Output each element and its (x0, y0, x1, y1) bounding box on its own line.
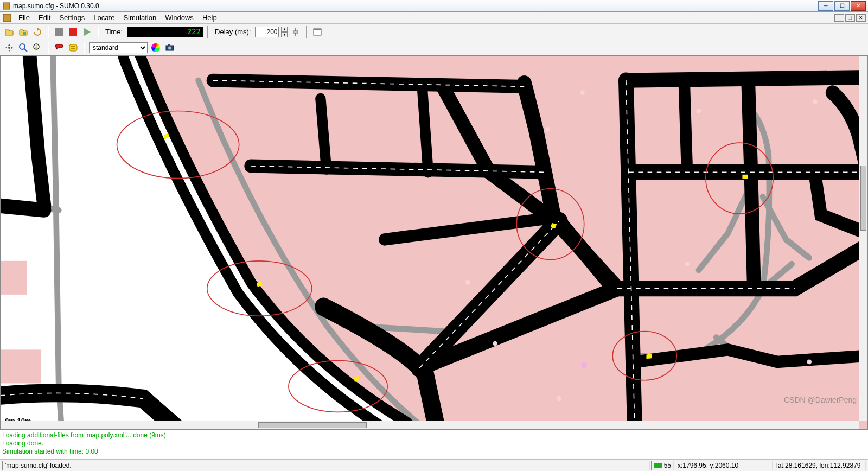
screenshot-button[interactable] (164, 42, 176, 54)
locate-person-button[interactable] (31, 42, 43, 54)
zoom-button[interactable] (17, 42, 29, 54)
svg-rect-4 (293, 31, 298, 33)
menu-windows[interactable]: Windows (161, 12, 198, 23)
mdi-minimize[interactable]: ─ (834, 14, 844, 22)
svg-rect-1 (3, 14, 11, 22)
svg-point-30 (580, 90, 585, 95)
open-net-button[interactable] (17, 26, 29, 38)
svg-rect-20 (1, 349, 41, 383)
svg-point-31 (697, 109, 701, 113)
delay-label: Delay (ms): (215, 28, 251, 36)
menu-locate[interactable]: Locate (89, 12, 119, 23)
svg-point-17 (168, 47, 171, 50)
main-toolbar: Time: 222 Delay (ms): ▲▼ (0, 24, 868, 40)
menu-simulation[interactable]: Simulation (119, 12, 161, 23)
minimize-button[interactable]: ─ (818, 1, 833, 11)
time-display: 222 (127, 27, 203, 37)
vertical-scrollbar[interactable] (859, 56, 867, 421)
svg-line-9 (24, 49, 27, 52)
sumo-icon (2, 13, 12, 23)
svg-point-8 (20, 44, 25, 49)
mdi-close[interactable]: ✕ (856, 14, 866, 22)
svg-rect-6 (314, 29, 321, 30)
horizontal-scrollbar[interactable] (1, 421, 859, 429)
svg-point-35 (685, 262, 690, 266)
delay-spinner[interactable]: ▲▼ (281, 27, 288, 37)
svg-point-33 (557, 396, 561, 401)
stop-sim-button[interactable] (67, 26, 79, 38)
open-file-button[interactable] (3, 26, 15, 38)
mdi-restore[interactable]: ❐ (845, 14, 855, 22)
car-icon (654, 463, 662, 468)
menu-settings[interactable]: Settings (55, 12, 89, 23)
svg-point-28 (493, 341, 497, 346)
svg-point-7 (8, 47, 10, 49)
menu-file[interactable]: File (14, 12, 34, 23)
latlon-display: lat:28.161629, lon:112.92879 (774, 461, 866, 470)
vehicle-count: 55 (651, 461, 674, 470)
window-controls: ─ ☐ ✕ (818, 1, 866, 11)
show-tooltips-button[interactable] (53, 42, 65, 54)
svg-point-32 (813, 99, 818, 104)
svg-rect-16 (168, 44, 170, 46)
show-legend-button[interactable] (67, 42, 79, 54)
color-scheme-select[interactable]: standard (89, 42, 148, 53)
log-panel: Loading additional-files from 'map.poly.… (0, 430, 868, 459)
stop-button[interactable] (53, 26, 65, 38)
svg-rect-13 (71, 46, 75, 47)
svg-rect-2 (23, 32, 26, 35)
close-button[interactable]: ✕ (851, 1, 866, 11)
svg-rect-12 (69, 44, 77, 51)
view-toolbar: standard (0, 40, 868, 55)
svg-rect-0 (3, 3, 10, 9)
delay-input[interactable] (255, 27, 279, 37)
reload-button[interactable] (31, 26, 43, 38)
map-view[interactable]: 0m 10m CSDN @DawierPeng (0, 55, 868, 430)
log-line: Loading done. (2, 440, 866, 448)
recenter-button[interactable] (3, 42, 15, 54)
svg-point-11 (36, 44, 37, 46)
menubar: File Edit Settings Locate Simulation Win… (0, 12, 868, 24)
status-msg: 'map.sumo.cfg' loaded. (2, 461, 650, 470)
menu-help[interactable]: Help (198, 12, 221, 23)
svg-rect-14 (71, 48, 75, 49)
menu-edit[interactable]: Edit (34, 12, 55, 23)
delay-slider[interactable] (290, 26, 302, 38)
svg-point-36 (807, 359, 812, 364)
time-label: Time: (105, 28, 123, 36)
svg-point-29 (545, 127, 550, 132)
svg-rect-19 (1, 261, 27, 295)
log-line: Simulation started with time: 0.00 (2, 448, 866, 456)
app-icon (2, 2, 11, 10)
svg-point-27 (465, 280, 470, 285)
color-settings-button[interactable] (150, 42, 162, 54)
new-view-button[interactable] (311, 26, 323, 38)
statusbar: 'map.sumo.cfg' loaded. 55 x:1796.95, y:2… (0, 459, 868, 471)
svg-point-34 (581, 362, 587, 368)
coord-display: x:1796.95, y:2060.10 (675, 461, 773, 470)
map-canvas[interactable] (1, 56, 867, 429)
maximize-button[interactable]: ☐ (834, 1, 850, 11)
window-title: map.sumo.cfg - SUMO 0.30.0 (13, 2, 818, 10)
play-button[interactable] (81, 26, 93, 38)
log-line: Loading additional-files from 'map.poly.… (2, 431, 866, 440)
titlebar: map.sumo.cfg - SUMO 0.30.0 ─ ☐ ✕ (0, 0, 868, 12)
